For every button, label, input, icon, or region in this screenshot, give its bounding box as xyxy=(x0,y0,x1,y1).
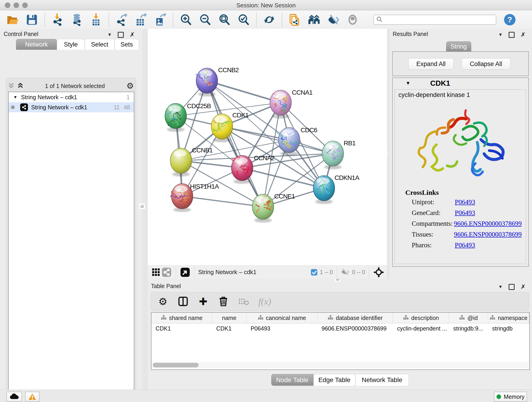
node-ccnb2[interactable] xyxy=(196,68,218,96)
compartments-link[interactable]: 9606.ENSP00000378699 xyxy=(454,220,522,227)
node-label: CCNA1 xyxy=(292,89,312,96)
column-header-canonical-name[interactable]: canonical name xyxy=(247,313,317,323)
node-label: CDK1 xyxy=(232,112,249,119)
table-horizontal-scrollbar[interactable] xyxy=(152,362,528,368)
network-row-selected[interactable]: String Network – cdk1 11 48 xyxy=(9,102,134,112)
node-cdkn1a[interactable] xyxy=(313,176,335,204)
panel-menu-caret-icon[interactable]: ▼ xyxy=(498,32,503,37)
crosslink-label: GeneCard: xyxy=(412,209,455,217)
collapse-all-icon[interactable] xyxy=(8,82,14,90)
birdseye-view-icon[interactable] xyxy=(180,266,191,279)
save-session-icon[interactable] xyxy=(26,13,38,26)
column-header-namespace[interactable]: namespace xyxy=(488,313,529,323)
node-rb1[interactable] xyxy=(322,141,344,169)
pharos-link[interactable]: P06493 xyxy=(455,241,475,249)
panel-menu-caret-icon[interactable]: ▼ xyxy=(107,32,112,37)
section-title: CDK1 xyxy=(430,79,450,88)
panel-close-icon[interactable]: ✗ xyxy=(520,31,526,38)
show-eye-icon[interactable] xyxy=(346,13,359,26)
edge xyxy=(182,196,263,207)
node-ccnb1[interactable] xyxy=(170,148,192,177)
tissues-link[interactable]: 9606.ENSP00000378699 xyxy=(454,230,522,238)
column-type-icon xyxy=(328,315,333,321)
node-ccne1[interactable] xyxy=(252,194,274,223)
warning-status-button[interactable] xyxy=(25,392,39,402)
section-collapse-caret-icon[interactable]: ▼ xyxy=(405,80,411,86)
add-column-icon[interactable]: ✚ xyxy=(198,296,209,307)
selected-checkbox[interactable] xyxy=(311,269,317,275)
tab-sets[interactable]: Sets xyxy=(114,39,139,50)
scrollbar-thumb[interactable] xyxy=(153,363,199,367)
zoom-in-icon[interactable] xyxy=(180,13,192,26)
column-header-name[interactable]: name xyxy=(212,313,247,323)
tab-network-table[interactable]: Network Table xyxy=(355,374,409,386)
hide-eye-icon[interactable] xyxy=(327,13,340,26)
network-collection-row[interactable]: ▼ String Network – cdk1 1 xyxy=(9,92,134,102)
gear-icon[interactable]: ⚙ xyxy=(127,81,134,91)
tab-select[interactable]: Select xyxy=(85,39,114,50)
left-splitter-handle[interactable] xyxy=(139,203,145,210)
panel-close-icon[interactable]: ✗ xyxy=(520,283,526,290)
grid-view-icon[interactable] xyxy=(151,266,161,279)
tab-network[interactable]: Network xyxy=(16,39,57,50)
expand-all-button[interactable]: Expand All xyxy=(408,58,454,70)
home-layouts-icon[interactable] xyxy=(308,13,320,26)
network-status-dot xyxy=(11,105,15,109)
column-type-icon xyxy=(403,315,409,321)
import-network-icon[interactable] xyxy=(51,13,64,26)
delete-column-icon[interactable] xyxy=(218,296,229,307)
panel-float-icon[interactable] xyxy=(118,32,124,38)
node-cdc6[interactable] xyxy=(276,128,300,156)
search-input[interactable] xyxy=(374,15,496,25)
cloud-status-button[interactable] xyxy=(6,392,22,402)
node-cdc25b[interactable] xyxy=(165,103,186,132)
panel-float-icon[interactable] xyxy=(509,32,515,38)
network-canvas[interactable]: CCNB2CCNA1CDC25BCDK1CDC6RB1CCNB1CCNA2CDK… xyxy=(148,29,387,265)
node-hist1h1a[interactable] xyxy=(171,184,193,212)
zoom-selected-icon[interactable] xyxy=(237,13,250,26)
tab-edge-table[interactable]: Edge Table xyxy=(313,374,355,386)
column-header-description[interactable]: description xyxy=(393,313,449,323)
column-header--id[interactable]: @id xyxy=(449,313,488,323)
export-image-icon[interactable] xyxy=(154,13,166,26)
show-columns-icon[interactable] xyxy=(178,296,188,307)
node-cdk1[interactable] xyxy=(211,114,233,142)
import-table-icon[interactable] xyxy=(90,13,102,26)
panel-menu-caret-icon[interactable]: ▼ xyxy=(498,284,503,289)
crosslink-label: Pharos: xyxy=(412,241,455,249)
main-toolbar: ? xyxy=(0,10,532,29)
import-database-icon[interactable] xyxy=(70,13,83,26)
pan-crosshair-icon[interactable] xyxy=(373,266,385,279)
cell: cyclin-dependent ... xyxy=(393,323,449,333)
node-label: HIST1H1A xyxy=(190,183,219,190)
network-tree: ▼ String Network – cdk1 1 String Network… xyxy=(8,92,134,402)
panel-float-icon[interactable] xyxy=(509,284,515,290)
export-table-icon[interactable] xyxy=(135,13,147,26)
memory-button[interactable]: Memory xyxy=(494,392,527,402)
column-type-icon xyxy=(258,315,263,321)
collapse-all-button[interactable]: Collapse All xyxy=(462,58,510,70)
node-table: shared namenamecanonical namedatabase id… xyxy=(151,312,530,370)
tab-style[interactable]: Style xyxy=(57,39,85,50)
node-layer xyxy=(165,68,344,223)
help-button[interactable]: ? xyxy=(504,14,515,26)
tree-expander-icon[interactable]: ▼ xyxy=(13,95,17,100)
export-network-icon[interactable] xyxy=(115,13,128,26)
table-row[interactable]: CDK1CDK1P064939606.ENSP00000378699cyclin… xyxy=(152,323,529,333)
column-header-shared-name[interactable]: shared name xyxy=(152,313,212,323)
tab-node-table[interactable]: Node Table xyxy=(271,374,313,386)
zoom-fit-icon[interactable] xyxy=(218,13,230,26)
uniprot-link[interactable]: P06493 xyxy=(455,198,475,206)
refresh-icon[interactable] xyxy=(263,13,275,26)
tab-string[interactable]: String xyxy=(446,41,471,52)
expand-all-icon[interactable] xyxy=(17,82,23,90)
panel-close-icon[interactable]: ✗ xyxy=(130,31,135,38)
hidden-count: 0 – 0 xyxy=(352,269,365,276)
zoom-out-icon[interactable] xyxy=(199,13,211,26)
clone-network-icon[interactable] xyxy=(289,13,301,26)
network-share-icon[interactable] xyxy=(161,266,172,279)
column-header-database-identifier[interactable]: database identifier xyxy=(317,313,393,323)
genecard-link[interactable]: P06493 xyxy=(455,209,475,217)
table-gear-icon[interactable]: ⚙ xyxy=(158,296,168,307)
open-session-icon[interactable] xyxy=(6,13,19,26)
